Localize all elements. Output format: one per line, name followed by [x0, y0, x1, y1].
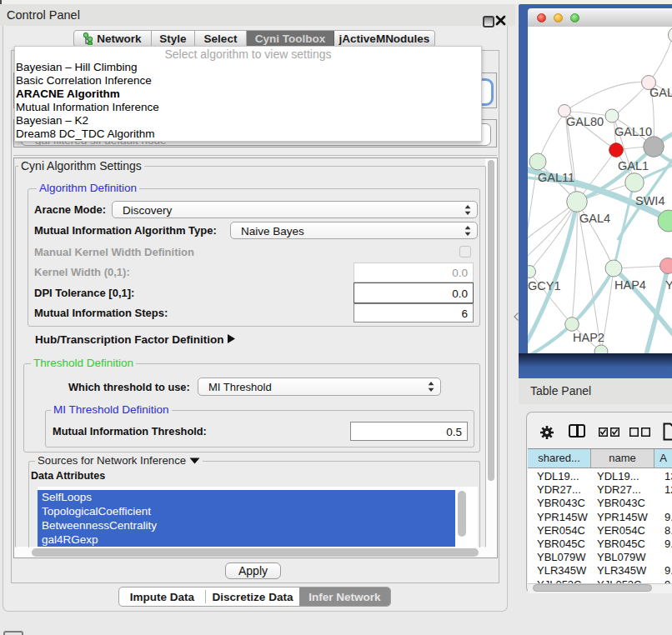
svg-text:GCY1: GCY1: [528, 279, 561, 292]
svg-text:HAP4: HAP4: [614, 278, 646, 292]
svg-text:GAL: GAL: [649, 86, 672, 99]
svg-text:HAP2: HAP2: [573, 331, 604, 344]
svg-text:GAL4: GAL4: [579, 212, 610, 225]
svg-text:GAL10: GAL10: [614, 125, 652, 138]
svg-text:GAL1: GAL1: [618, 159, 649, 172]
svg-text:GAL11: GAL11: [538, 171, 574, 184]
svg-text:SWI4: SWI4: [635, 194, 664, 208]
svg-text:Y: Y: [665, 278, 672, 292]
svg-text:GAL80: GAL80: [566, 115, 604, 128]
